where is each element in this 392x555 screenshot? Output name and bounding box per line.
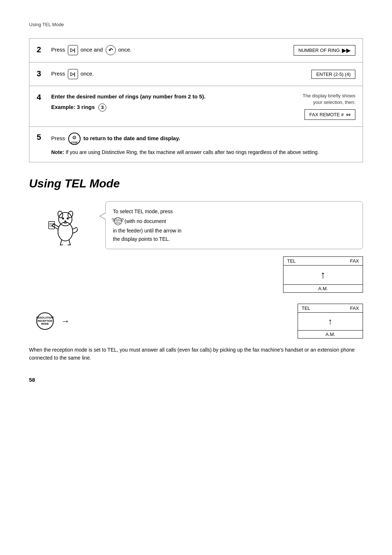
step-4-bold-text: Enter the desired number of rings (any n… [51, 93, 275, 101]
bubble-text2: (with no document [124, 217, 166, 225]
step-5-text-after: to return to the date and time display. [83, 135, 180, 141]
tel-label-bottom: TEL [302, 305, 310, 311]
step-2-content: Press ▷| once and ↶ once. [51, 45, 275, 56]
step-4-example: Example: 3 rings 3 [51, 103, 275, 112]
bubble-line1: To select TEL mode, press [113, 207, 355, 215]
resolution-btn-label: RESOLUTION/RECEPTIONMODE [36, 316, 54, 326]
tel-label: TEL [287, 258, 296, 264]
resolution-button[interactable]: RESOLUTION/RECEPTIONMODE [36, 312, 54, 330]
step-2-lcd-text: NUMBER OF RING [298, 48, 340, 53]
step-4-lcd-arrow: ⇔ [346, 111, 351, 118]
tel-diagram-right: To select TEL mode, press RESOLUTION/ RE… [105, 201, 363, 293]
resolution-button-container: RESOLUTION/RECEPTIONMODE [36, 312, 54, 330]
step-4-lcd: FAX REMOTE # ⇔ [305, 109, 355, 120]
mascot-svg [45, 203, 85, 247]
step-4-lcd-text: FAX REMOTE # [309, 112, 344, 117]
svg-point-4 [62, 218, 64, 220]
tel-fax-arrow: ↑ [320, 269, 326, 281]
svg-rect-7 [49, 222, 55, 229]
step-2-text-after: once. [118, 46, 132, 53]
step-5-content: Press ⊙ STOP to return to the date and t… [51, 133, 355, 156]
bottom-note: When the reception mode is set to TEL, y… [29, 346, 363, 362]
step-4-content: Enter the desired number of rings (any n… [51, 93, 275, 120]
step-5-text-before: Press [51, 135, 65, 141]
tel-fax-body: ↑ [283, 266, 363, 284]
menu-button-icon[interactable]: ▷| [68, 45, 78, 55]
svg-point-6 [64, 220, 66, 222]
tel-fax-header-bottom: TEL FAX [298, 304, 363, 313]
step-4-display-note: The display briefly shows your selection… [303, 93, 355, 106]
tel-fax-footer: A.M. [283, 284, 363, 292]
tel-fax-arrow-bottom: ↑ [328, 316, 332, 327]
step-5-note-text: If you are using Distinctive Ring, the f… [64, 149, 319, 155]
bubble-line3: in the feeder) until the arrow in [113, 227, 355, 235]
page-number: 58 [29, 377, 363, 383]
svg-point-1 [59, 212, 72, 226]
stop-button-icon[interactable]: ⊙ STOP [68, 133, 81, 145]
instruction-box: 2 Press ▷| once and ↶ once. NUMBER OF RI… [29, 38, 363, 162]
section-title: Using TEL Mode [29, 177, 363, 190]
bubble-line2: RESOLUTION/ RECEPTION MODE (with no docu… [113, 217, 355, 225]
resolution-icon-small: RESOLUTION/ RECEPTION MODE [114, 217, 122, 225]
breadcrumb: Using TEL Mode [29, 22, 363, 27]
step-5-note: Note: If you are using Distinctive Ring,… [51, 149, 355, 156]
tel-fax-footer-bottom: A.M. [298, 330, 363, 338]
step-5-number: 5 [37, 133, 48, 142]
step-3-button-icon[interactable]: ▷| [68, 69, 78, 79]
arrow-button-icon[interactable]: ↶ [106, 45, 116, 55]
speech-bubble: To select TEL mode, press RESOLUTION/ RE… [105, 201, 363, 249]
step-3-lcd-text: ENTER (2-5) (4) [316, 72, 351, 77]
step-3-number: 3 [37, 69, 48, 79]
step-4-display: The display briefly shows your selection… [275, 93, 355, 120]
step-2-lcd: NUMBER OF RING▶▶ [294, 45, 355, 56]
mascot-illustration [44, 201, 87, 248]
step-3-text-before: Press [51, 70, 65, 77]
step-2-display: NUMBER OF RING▶▶ [275, 45, 355, 56]
fax-label: FAX [350, 258, 359, 264]
tel-mode-section: Using TEL Mode [29, 177, 363, 362]
step-4-number: 4 [37, 93, 48, 120]
step-4-row: 4 Enter the desired number of rings (any… [29, 86, 363, 127]
bubble-line4: the display points to TEL. [113, 235, 355, 243]
arrow-connector: → [61, 316, 70, 326]
fax-label-bottom: FAX [350, 305, 359, 311]
step-2-text-mid: once and [81, 46, 103, 53]
step-3-row: 3 Press ▷| once. ENTER (2-5) (4) [29, 62, 363, 86]
tel-fax-display-bottom: TEL FAX ↑ A.M. [298, 304, 363, 339]
tel-fax-display: TEL FAX ↑ A.M. [283, 256, 363, 293]
tel-diagram: To select TEL mode, press RESOLUTION/ RE… [36, 201, 363, 293]
step-5-note-bold: Note: [51, 149, 64, 155]
step-2-lcd-arrow: ▶▶ [342, 47, 351, 54]
step-5-row: 5 Press ⊙ STOP to return to the date and… [29, 127, 363, 162]
step-2-text-before: Press [51, 46, 65, 53]
step-2-row: 2 Press ▷| once and ↶ once. NUMBER OF RI… [29, 39, 363, 62]
step-4-circle-3: 3 [98, 104, 106, 112]
step-3-content: Press ▷| once. [51, 69, 275, 79]
step-3-text-after: once. [81, 70, 94, 77]
tel-fax-header: TEL FAX [283, 257, 363, 266]
step-2-number: 2 [37, 45, 48, 56]
tel-fax-body-bottom: ↑ [298, 313, 363, 330]
svg-point-0 [58, 222, 73, 241]
step-3-display: ENTER (2-5) (4) [275, 69, 355, 79]
step-3-lcd: ENTER (2-5) (4) [311, 70, 355, 79]
tel-diagram-bottom: RESOLUTION/RECEPTIONMODE → TEL FAX ↑ A.M… [36, 304, 363, 339]
svg-point-5 [67, 218, 69, 220]
tel-diagram-left [36, 201, 94, 248]
